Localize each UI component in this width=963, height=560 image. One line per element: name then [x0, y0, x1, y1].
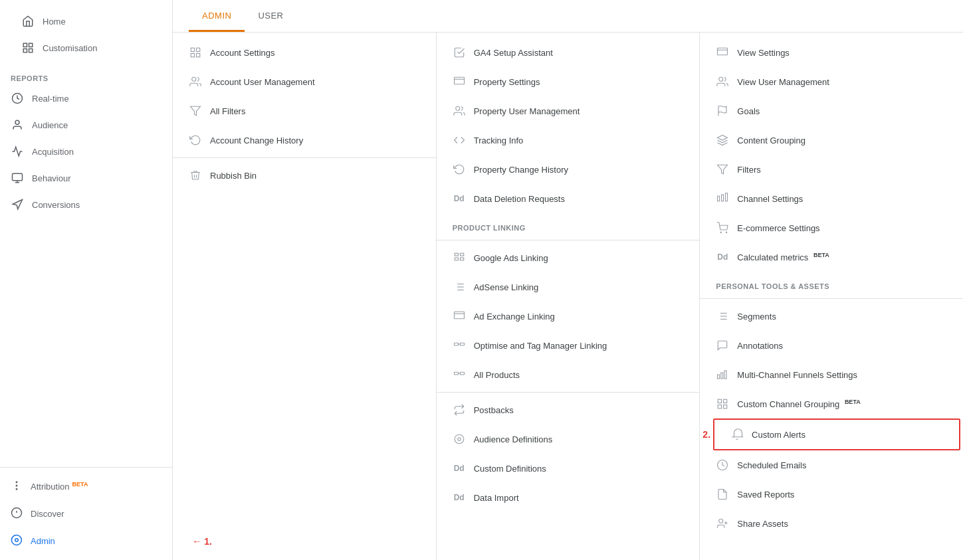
saved-reports-icon — [716, 488, 729, 501]
menu-scheduled-emails[interactable]: Scheduled Emails — [700, 450, 963, 480]
svg-rect-68 — [718, 405, 722, 409]
svg-point-55 — [720, 232, 722, 233]
sidebar-item-admin[interactable]: Admin ← 1. — [0, 527, 172, 555]
menu-segments[interactable]: Segments — [700, 302, 963, 331]
attribution-beta-badge: BETA — [72, 481, 88, 488]
menu-audience-definitions[interactable]: Audience Definitions — [437, 424, 700, 454]
acquisition-label: Acquisition — [32, 147, 74, 157]
view-user-mgmt-label: View User Management — [737, 77, 829, 87]
menu-calculated-metrics[interactable]: Dd Calculated metrics BETA — [700, 242, 963, 272]
main-content: ADMIN USER Account Settings Account User… — [173, 0, 963, 560]
calculated-metrics-icon: Dd — [716, 250, 729, 264]
filters-icon — [716, 163, 729, 176]
menu-data-deletion-requests[interactable]: Dd Data Deletion Requests — [437, 184, 700, 213]
sidebar-item-behaviour[interactable]: Behaviour — [0, 165, 172, 191]
product-linking-section: PRODUCT LINKING — [437, 213, 700, 237]
menu-property-user-management[interactable]: Property User Management — [437, 96, 700, 126]
postbacks-label: Postbacks — [474, 405, 514, 415]
sidebar-item-customisation[interactable]: Customisation — [11, 35, 161, 61]
ecommerce-label: E-commerce Settings — [737, 223, 819, 233]
menu-content-grouping[interactable]: Content Grouping — [700, 126, 963, 155]
audience-label: Audience — [32, 120, 68, 130]
menu-ecommerce-settings[interactable]: E-commerce Settings — [700, 213, 963, 242]
menu-custom-alerts[interactable]: Custom Alerts — [713, 419, 960, 450]
tab-bar: ADMIN USER — [173, 0, 963, 33]
all-products-icon — [453, 368, 466, 381]
sidebar-item-acquisition[interactable]: Acquisition — [0, 138, 172, 165]
tracking-info-label: Tracking Info — [474, 136, 524, 145]
home-label: Home — [43, 17, 66, 27]
menu-saved-reports[interactable]: Saved Reports — [700, 480, 963, 509]
account-user-mgmt-icon — [189, 75, 202, 88]
menu-property-settings[interactable]: Property Settings — [437, 67, 700, 96]
annotations-label: Annotations — [737, 341, 783, 351]
menu-optimise-tag-manager[interactable]: Optimise and Tag Manager Linking — [437, 331, 700, 360]
menu-account-change-history[interactable]: Account Change History — [173, 126, 436, 155]
sidebar-item-conversions[interactable]: Conversions — [0, 191, 172, 218]
svg-rect-39 — [460, 343, 464, 345]
scheduled-emails-icon — [716, 458, 729, 472]
svg-rect-64 — [721, 373, 723, 379]
svg-point-5 — [15, 120, 19, 124]
menu-view-settings[interactable]: View Settings — [700, 38, 963, 67]
svg-rect-67 — [724, 399, 727, 403]
menu-custom-definitions[interactable]: Dd Custom Definitions — [437, 454, 700, 483]
menu-share-assets[interactable]: Share Assets — [700, 509, 963, 538]
ad-exchange-icon — [453, 310, 466, 323]
menu-adsense-linking[interactable]: AdSense Linking — [437, 272, 700, 302]
menu-tracking-info[interactable]: Tracking Info — [437, 126, 700, 155]
svg-marker-22 — [191, 106, 201, 116]
menu-ad-exchange-linking[interactable]: Ad Exchange Linking — [437, 302, 700, 331]
annotation-1-label: 1. — [204, 536, 212, 547]
annotations-icon — [716, 339, 729, 352]
menu-ga4-setup[interactable]: GA4 Setup Assistant — [437, 38, 700, 67]
sidebar-item-home[interactable]: Home — [11, 8, 161, 35]
custom-channel-grouping-label: Custom Channel Grouping BETA — [737, 399, 860, 409]
realtime-icon — [11, 92, 24, 105]
menu-data-import[interactable]: Dd Data Import — [437, 483, 700, 512]
svg-rect-36 — [454, 312, 464, 319]
svg-point-10 — [16, 485, 17, 486]
menu-rubbish-bin[interactable]: Rubbish Bin — [173, 161, 436, 190]
menu-goals[interactable]: Goals — [700, 96, 963, 126]
channel-settings-icon — [716, 192, 729, 205]
menu-view-user-management[interactable]: View User Management — [700, 67, 963, 96]
postbacks-icon — [453, 403, 466, 417]
menu-channel-settings[interactable]: Channel Settings — [700, 184, 963, 213]
goals-icon — [716, 104, 729, 118]
adsense-label: AdSense Linking — [474, 282, 539, 292]
menu-account-user-management[interactable]: Account User Management — [173, 67, 436, 96]
menu-google-ads-linking[interactable]: Google Ads Linking — [437, 243, 700, 272]
account-settings-label: Account Settings — [210, 48, 275, 58]
view-user-mgmt-icon — [716, 75, 729, 88]
view-settings-icon — [716, 46, 729, 59]
audience-definitions-label: Audience Definitions — [474, 434, 553, 444]
menu-custom-channel-grouping[interactable]: Custom Channel Grouping BETA — [700, 389, 963, 419]
google-ads-label: Google Ads Linking — [474, 253, 548, 263]
menu-annotations[interactable]: Annotations — [700, 331, 963, 360]
tab-admin[interactable]: ADMIN — [189, 0, 245, 32]
custom-channel-beta: BETA — [845, 399, 861, 405]
menu-all-products[interactable]: All Products — [437, 360, 700, 389]
discover-icon — [11, 507, 23, 521]
channel-settings-label: Channel Settings — [737, 194, 803, 204]
tab-user[interactable]: USER — [245, 0, 296, 32]
all-filters-icon — [189, 104, 202, 118]
menu-filters[interactable]: Filters — [700, 155, 963, 184]
menu-all-filters[interactable]: All Filters — [173, 96, 436, 126]
svg-rect-17 — [191, 48, 194, 51]
reports-section-label: REPORTS — [0, 69, 172, 85]
content-grouping-label: Content Grouping — [737, 136, 805, 145]
goals-label: Goals — [737, 106, 760, 116]
menu-multi-channel-funnels[interactable]: Multi-Channel Funnels Settings — [700, 360, 963, 389]
realtime-label: Real-time — [32, 94, 69, 104]
sidebar-item-discover[interactable]: Discover — [0, 500, 172, 527]
tracking-info-icon — [453, 134, 466, 147]
menu-account-settings[interactable]: Account Settings — [173, 38, 436, 67]
menu-postbacks[interactable]: Postbacks — [437, 395, 700, 424]
sidebar-item-attribution[interactable]: AttributionBETA — [0, 473, 172, 500]
sidebar-item-realtime[interactable]: Real-time — [0, 85, 172, 112]
sidebar-item-audience[interactable]: Audience — [0, 112, 172, 138]
svg-rect-54 — [726, 193, 728, 201]
menu-property-change-history[interactable]: Property Change History — [437, 155, 700, 184]
